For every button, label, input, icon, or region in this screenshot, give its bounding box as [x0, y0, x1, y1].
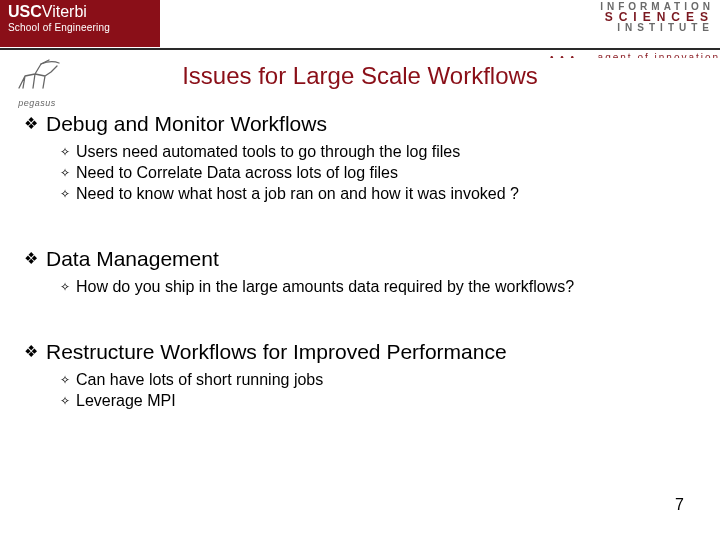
banner-tagline: • • • — agent of innovation • • • [550, 52, 720, 58]
list-item: ✧ Need to know what host a job ran on an… [60, 184, 696, 204]
list-item-text: How do you ship in the large amounts dat… [76, 277, 574, 297]
list-item-text: Users need automated tools to go through… [76, 142, 460, 162]
banner-underline [0, 48, 720, 50]
bullet-l1-icon: ❖ [24, 340, 46, 364]
section-gap [24, 205, 696, 243]
list-item: ✧ How do you ship in the large amounts d… [60, 277, 696, 297]
list-item-text: Can have lots of short running jobs [76, 370, 323, 390]
list-item: ✧ Users need automated tools to go throu… [60, 142, 696, 162]
pegasus-label: pegasus [6, 98, 68, 108]
usc-wordmark: USCViterbi [8, 4, 152, 21]
list-item-text: Need to know what host a job ran on and … [76, 184, 519, 204]
bullet-l2-icon: ✧ [60, 142, 76, 162]
viterbi-light: Viterbi [42, 3, 87, 20]
slide: USCViterbi School of Engineering INFORMA… [0, 0, 720, 540]
isi-logo: INFORMATION SCIENCES INSTITUTE [600, 2, 714, 32]
list-item-text: Need to Correlate Data across lots of lo… [76, 163, 398, 183]
bullet-l2-icon: ✧ [60, 370, 76, 390]
isi-line-3: INSTITUTE [600, 23, 714, 33]
section-heading-text: Debug and Monitor Workflows [46, 112, 327, 136]
usc-viterbi-logo: USCViterbi School of Engineering [0, 0, 160, 47]
section-gap [24, 298, 696, 336]
top-banner: USCViterbi School of Engineering INFORMA… [0, 0, 720, 52]
slide-content: ❖ Debug and Monitor Workflows ✧ Users ne… [24, 108, 696, 412]
school-of-engineering: School of Engineering [8, 23, 152, 34]
list-item: ✧ Leverage MPI [60, 391, 696, 411]
section-heading: ❖ Restructure Workflows for Improved Per… [24, 340, 696, 364]
bullet-l2-icon: ✧ [60, 391, 76, 411]
list-item-text: Leverage MPI [76, 391, 176, 411]
section-heading: ❖ Debug and Monitor Workflows [24, 112, 696, 136]
section-heading: ❖ Data Management [24, 247, 696, 271]
bullet-l1-icon: ❖ [24, 112, 46, 136]
usc-bold: USC [8, 3, 42, 20]
slide-title: Issues for Large Scale Workflows [0, 62, 720, 90]
page-number: 7 [675, 496, 684, 514]
list-item: ✧ Need to Correlate Data across lots of … [60, 163, 696, 183]
bullet-l2-icon: ✧ [60, 163, 76, 183]
list-item: ✧ Can have lots of short running jobs [60, 370, 696, 390]
section-heading-text: Data Management [46, 247, 219, 271]
bullet-l2-icon: ✧ [60, 184, 76, 204]
section-heading-text: Restructure Workflows for Improved Perfo… [46, 340, 507, 364]
bullet-l1-icon: ❖ [24, 247, 46, 271]
bullet-l2-icon: ✧ [60, 277, 76, 297]
